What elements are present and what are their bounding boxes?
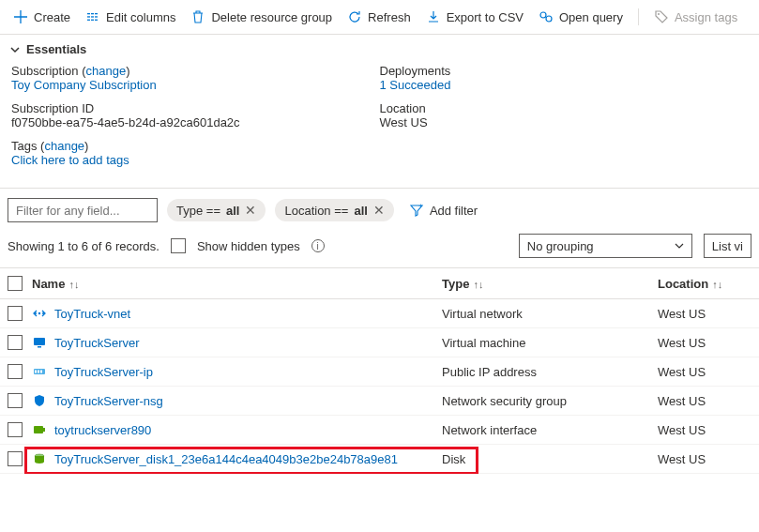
delete-rg-button[interactable]: Delete resource group [185, 6, 338, 28]
resource-type: Disk [442, 452, 658, 466]
resource-name-link[interactable]: toytruckserver890 [54, 423, 151, 437]
close-icon[interactable]: ✕ [373, 203, 385, 218]
table-row: ToyTruckServer-ip Public IP address West… [0, 357, 759, 387]
tags-add-link[interactable]: Click here to add tags [11, 153, 129, 167]
svg-rect-5 [91, 20, 94, 21]
tag-icon [654, 9, 669, 24]
chevron-down-icon [675, 241, 684, 251]
table-row: ToyTruckServer Virtual machine West US [0, 328, 759, 357]
select-all-checkbox[interactable] [8, 276, 23, 291]
svg-rect-2 [87, 20, 90, 21]
export-csv-label: Export to CSV [447, 10, 524, 24]
resource-name-link[interactable]: ToyTruckServer [54, 336, 140, 350]
refresh-button[interactable]: Refresh [342, 6, 417, 28]
svg-point-11 [658, 13, 660, 15]
sort-icon: ↑↓ [68, 279, 79, 290]
ip-icon [32, 364, 47, 379]
separator [638, 8, 639, 25]
subscription-change-link[interactable]: change [86, 64, 127, 78]
type-filter-pill[interactable]: Type == all ✕ [167, 199, 266, 221]
create-label: Create [34, 10, 70, 24]
svg-rect-14 [34, 338, 45, 345]
subscription-name-link[interactable]: Toy Company Subscription [11, 78, 157, 92]
type-filter-value: all [226, 204, 239, 218]
resource-name-link[interactable]: ToyTruck-vnet [54, 307, 130, 321]
subscription-id-value: f0750bbe-ea75-4ae5-b24d-a92ca601da2c [11, 115, 240, 129]
query-icon [539, 9, 554, 24]
row-checkbox[interactable] [8, 451, 23, 466]
column-location[interactable]: Location↑↓ [658, 277, 751, 291]
tags-change-link[interactable]: change [44, 139, 84, 153]
resource-type: Virtual network [442, 307, 658, 321]
resource-type: Virtual machine [442, 336, 658, 350]
resource-type: Network interface [442, 423, 658, 437]
tags-label: Tags [11, 139, 37, 153]
table-row: toytruckserver890 Network interface West… [0, 416, 759, 445]
svg-rect-3 [91, 13, 94, 14]
location-filter-prefix: Location == [284, 204, 348, 218]
create-button[interactable]: Create [8, 6, 76, 28]
row-checkbox[interactable] [8, 393, 23, 408]
row-checkbox[interactable] [8, 306, 23, 321]
deployments-link[interactable]: 1 Succeeded [380, 78, 451, 92]
filter-input[interactable] [8, 198, 158, 222]
row-checkbox[interactable] [8, 422, 23, 437]
delete-rg-label: Delete resource group [211, 10, 332, 24]
refresh-label: Refresh [368, 10, 411, 24]
svg-rect-15 [38, 346, 41, 348]
trash-icon [190, 9, 205, 24]
open-query-label: Open query [559, 10, 623, 24]
info-icon[interactable]: i [311, 239, 325, 252]
plus-icon [13, 9, 28, 24]
essentials-label: Essentials [26, 42, 86, 56]
essentials-toggle[interactable]: Essentials [0, 35, 759, 64]
list-view-label: List vi [712, 239, 743, 253]
edit-columns-label: Edit columns [106, 10, 175, 24]
svg-rect-19 [40, 371, 42, 373]
show-hidden-checkbox[interactable] [171, 238, 186, 253]
resource-type: Public IP address [442, 365, 658, 379]
nic-icon [32, 422, 47, 437]
location-label: Location [380, 101, 426, 115]
show-hidden-label: Show hidden types [197, 239, 300, 253]
sort-icon: ↑↓ [473, 279, 483, 290]
resource-name-link[interactable]: ToyTruckServer_disk1_23e6a144c4ea4049b3e… [54, 452, 398, 466]
close-icon[interactable]: ✕ [245, 203, 256, 218]
location-filter-value: all [354, 204, 367, 218]
svg-point-9 [540, 12, 546, 18]
resource-location: West US [658, 452, 751, 466]
list-view-button[interactable]: List vi [704, 234, 751, 258]
column-name[interactable]: Name↑↓ [32, 277, 442, 291]
sort-icon: ↑↓ [712, 279, 722, 290]
open-query-button[interactable]: Open query [533, 6, 629, 28]
row-checkbox[interactable] [8, 364, 23, 379]
svg-rect-18 [38, 371, 39, 373]
edit-columns-button[interactable]: Edit columns [80, 6, 181, 28]
resource-type: Network security group [442, 394, 658, 408]
vnet-icon [32, 306, 47, 321]
column-type[interactable]: Type↑↓ [442, 277, 658, 291]
subscription-label: Subscription [11, 64, 79, 78]
controls-row: Showing 1 to 6 of 6 records. Show hidden… [0, 228, 759, 267]
add-filter-button[interactable]: + Add filter [403, 199, 483, 221]
svg-point-10 [546, 16, 552, 22]
subscription-id-label: Subscription ID [11, 101, 94, 115]
chevron-down-icon [9, 44, 21, 55]
location-filter-pill[interactable]: Location == all ✕ [275, 199, 393, 221]
row-checkbox[interactable] [8, 335, 23, 350]
grouping-select[interactable]: No grouping [519, 234, 692, 258]
resource-location: West US [658, 336, 751, 350]
type-filter-prefix: Type == [176, 204, 220, 218]
resource-name-link[interactable]: ToyTruckServer-ip [54, 365, 153, 379]
export-csv-button[interactable]: Export to CSV [420, 6, 529, 28]
resource-name-link[interactable]: ToyTruckServer-nsg [54, 394, 163, 408]
table-row: ToyTruckServer-nsg Network security grou… [0, 387, 759, 416]
essentials-panel: Subscription (change) Toy Company Subscr… [0, 64, 759, 189]
assign-tags-button: Assign tags [648, 6, 743, 28]
svg-rect-0 [87, 13, 90, 14]
download-icon [426, 9, 441, 24]
svg-rect-21 [43, 428, 45, 432]
add-filter-label: Add filter [430, 204, 478, 218]
svg-point-13 [38, 312, 40, 314]
resource-list: ToyTruck-vnet Virtual network West US To… [0, 299, 759, 474]
